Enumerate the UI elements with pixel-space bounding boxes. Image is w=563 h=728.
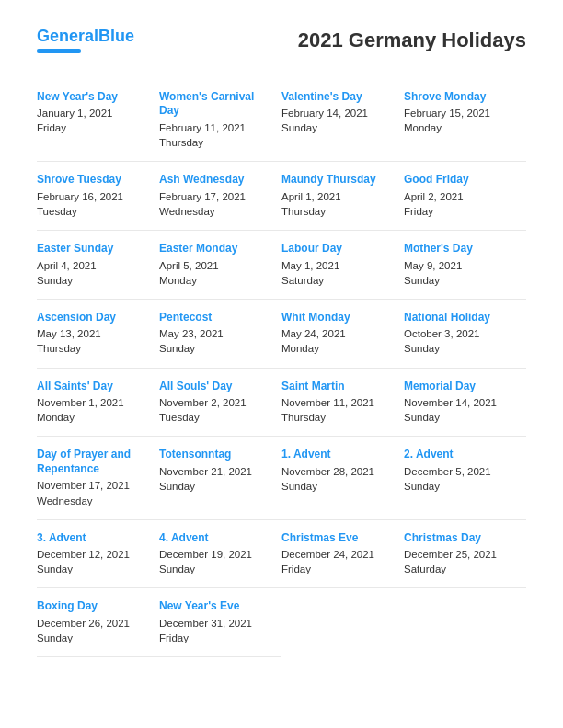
holiday-name: Shrove Tuesday [37,173,152,188]
holiday-name: 4. Advent [159,531,274,546]
holiday-day: Sunday [159,341,274,356]
holiday-date: December 31, 2021 [159,616,274,631]
holiday-day: Sunday [282,120,396,135]
holiday-date: November 17, 2021 [37,478,152,493]
holiday-day: Sunday [404,410,519,425]
holiday-cell: Saint MartinNovember 11, 2021Thursday [282,369,404,438]
holiday-date: May 24, 2021 [282,326,396,341]
holiday-date: November 28, 2021 [282,464,396,479]
holiday-name: Pentecost [159,311,274,325]
holiday-name: 3. Advent [37,531,152,546]
holiday-day: Thursday [37,341,152,356]
holiday-day: Sunday [282,479,396,494]
holiday-date: December 24, 2021 [282,547,396,562]
holiday-cell: New Year's EveDecember 31, 2021Friday [159,588,282,657]
holiday-name: Women's Carnival Day [159,90,274,119]
logo-general: General [37,27,98,45]
holiday-name: Boxing Day [37,599,152,614]
holiday-name: Shrove Monday [404,90,519,105]
holiday-date: December 5, 2021 [404,464,519,479]
page-header: GeneralBlue 2021 Germany Holidays [37,28,526,53]
holiday-date: November 21, 2021 [159,464,274,479]
holiday-date: February 16, 2021 [37,189,152,204]
holiday-cell: Christmas EveDecember 24, 2021Friday [282,520,404,589]
holiday-date: December 19, 2021 [159,547,274,562]
holiday-day: Sunday [404,341,519,356]
holiday-cell: Boxing DayDecember 26, 2021Sunday [37,588,159,657]
holiday-cell: Labour DayMay 1, 2021Saturday [282,231,404,300]
holiday-cell: 3. AdventDecember 12, 2021Sunday [37,520,159,589]
holiday-date: December 12, 2021 [37,547,152,562]
holiday-cell: Easter SundayApril 4, 2021Sunday [37,231,159,300]
holiday-date: February 17, 2021 [159,189,274,204]
holiday-day: Sunday [37,273,152,288]
holiday-day: Monday [404,120,519,135]
holiday-date: April 5, 2021 [159,258,274,273]
holiday-date: May 23, 2021 [159,326,274,341]
holiday-day: Saturday [282,273,396,288]
holiday-cell: 2. AdventDecember 5, 2021Sunday [404,437,526,519]
holiday-day: Sunday [37,562,152,576]
holiday-name: Whit Monday [282,311,396,325]
holiday-day: Monday [37,410,152,425]
holiday-day: Tuesday [159,410,274,425]
holiday-date: January 1, 2021 [37,106,152,120]
holiday-name: New Year's Day [37,90,152,105]
holiday-date: December 25, 2021 [404,547,519,562]
holiday-cell: Ash WednesdayFebruary 17, 2021Wednesday [159,162,282,231]
holiday-day: Thursday [282,204,396,219]
holiday-name: Christmas Eve [282,531,396,546]
holiday-name: Ascension Day [37,311,152,325]
holiday-day: Friday [404,204,519,219]
holiday-date: February 14, 2021 [282,106,396,120]
logo-text: GeneralBlue [37,28,134,46]
holiday-day: Friday [282,562,396,576]
holiday-day: Saturday [404,562,519,576]
holiday-date: April 4, 2021 [37,258,152,273]
holiday-cell: All Souls' DayNovember 2, 2021Tuesday [159,369,282,438]
holiday-day: Sunday [159,479,274,494]
holiday-day: Sunday [159,562,274,576]
holiday-name: Easter Monday [159,242,274,256]
holiday-day: Wednesday [37,494,152,508]
page-title: 2021 Germany Holidays [298,28,526,52]
holiday-day: Tuesday [37,204,152,219]
holiday-cell: 1. AdventNovember 28, 2021Sunday [282,437,404,519]
holiday-name: Ash Wednesday [159,173,274,188]
holiday-name: Maundy Thursday [282,173,396,188]
holiday-name: Labour Day [282,242,396,256]
holiday-date: November 1, 2021 [37,395,152,410]
holiday-name: Saint Martin [282,380,396,394]
holiday-cell: National HolidayOctober 3, 2021Sunday [404,300,526,369]
holiday-cell: 4. AdventDecember 19, 2021Sunday [159,520,282,589]
logo-blue: Blue [98,27,134,45]
holiday-cell: Shrove TuesdayFebruary 16, 2021Tuesday [37,162,159,231]
holiday-day: Friday [159,631,274,645]
holiday-date: May 1, 2021 [282,258,396,273]
holiday-cell: Ascension DayMay 13, 2021Thursday [37,300,159,369]
holiday-day: Sunday [404,479,519,494]
holiday-date: February 11, 2021 [159,120,274,135]
holiday-day: Monday [159,273,274,288]
holiday-cell: Whit MondayMay 24, 2021Monday [282,300,404,369]
holiday-name: 2. Advent [404,448,519,462]
holiday-date: May 9, 2021 [404,258,519,273]
holiday-name: Christmas Day [404,531,519,546]
holiday-name: National Holiday [404,311,519,325]
holiday-day: Thursday [282,410,396,425]
holiday-date: December 26, 2021 [37,616,152,631]
holiday-name: Valentine's Day [282,90,396,105]
holiday-name: New Year's Eve [159,599,274,614]
holiday-cell: Easter MondayApril 5, 2021Monday [159,231,282,300]
holiday-cell: New Year's DayJanuary 1, 2021Friday [37,79,159,162]
holiday-cell: TotensonntagNovember 21, 2021Sunday [159,437,282,519]
holiday-cell: Good FridayApril 2, 2021Friday [404,162,526,231]
holidays-grid: New Year's DayJanuary 1, 2021FridayWomen… [37,79,526,657]
holiday-cell: Mother's DayMay 9, 2021Sunday [404,231,526,300]
holiday-day: Sunday [404,273,519,288]
holiday-name: All Saints' Day [37,380,152,394]
holiday-date: April 2, 2021 [404,189,519,204]
holiday-date: October 3, 2021 [404,326,519,341]
holiday-name: Mother's Day [404,242,519,256]
holiday-name: 1. Advent [282,448,396,462]
